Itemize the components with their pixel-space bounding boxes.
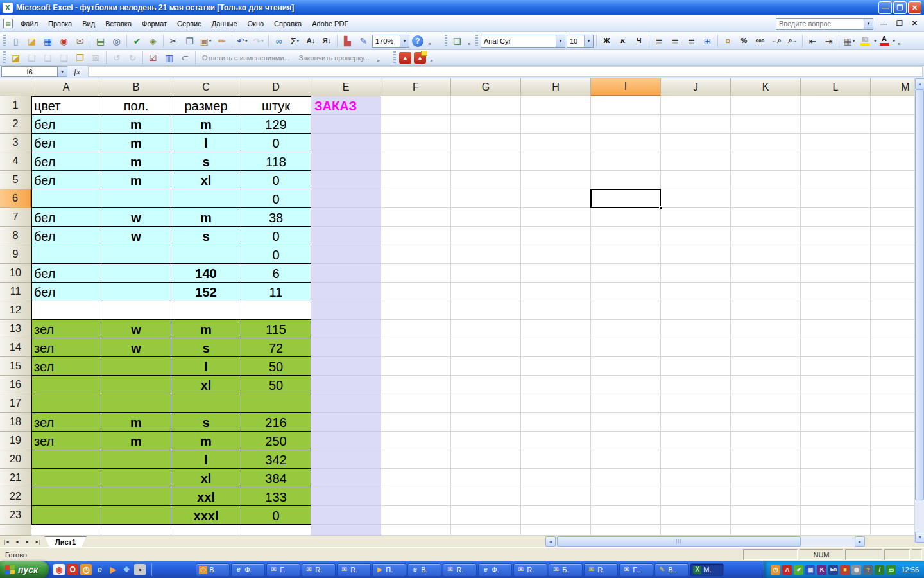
cell-e22[interactable] bbox=[311, 487, 381, 506]
workbook-restore-button[interactable]: ❐ bbox=[894, 19, 905, 28]
cell-i18[interactable] bbox=[591, 413, 661, 432]
sort-ascending-button[interactable]: А↓ bbox=[304, 34, 318, 48]
cell-k6[interactable] bbox=[731, 189, 801, 208]
cell-e2[interactable] bbox=[311, 115, 381, 134]
taskbar-button-9[interactable]: eФ. bbox=[478, 563, 512, 577]
cell-a8[interactable]: бел bbox=[31, 227, 101, 245]
cell-c23[interactable]: xxxl bbox=[171, 506, 241, 525]
menu-item-2[interactable]: Правка bbox=[43, 17, 77, 30]
cell-i20[interactable] bbox=[591, 450, 661, 469]
cell-j3[interactable] bbox=[661, 134, 731, 152]
track-changes-button[interactable]: ☑ bbox=[146, 51, 160, 65]
cell-g8[interactable] bbox=[451, 227, 521, 245]
cell-g22[interactable] bbox=[451, 487, 521, 506]
taskbar-button-4[interactable]: ✉R. bbox=[302, 563, 336, 577]
cell-b1[interactable]: пол. bbox=[101, 96, 171, 115]
mail-recipient-button[interactable]: ✉ bbox=[73, 34, 87, 48]
cell-e3[interactable] bbox=[311, 134, 381, 152]
start-button[interactable]: пуск bbox=[0, 561, 49, 578]
question-input[interactable] bbox=[776, 18, 873, 30]
cell-h9[interactable] bbox=[521, 245, 591, 264]
taskbar-button-7[interactable]: eВ. bbox=[407, 563, 441, 577]
cell-h6[interactable] bbox=[521, 189, 591, 208]
cell-f4[interactable] bbox=[381, 152, 451, 171]
cell-l23[interactable] bbox=[801, 506, 871, 525]
tray-ati-icon[interactable]: A bbox=[782, 565, 792, 575]
toolbar-grip[interactable] bbox=[3, 51, 6, 64]
row-header-8[interactable]: 8 bbox=[0, 227, 31, 245]
tray-kx-icon[interactable]: K bbox=[817, 565, 826, 575]
increase-indent-button[interactable]: ⇥ bbox=[821, 34, 836, 48]
tray-network-icon[interactable]: ▣ bbox=[805, 565, 815, 575]
cell-h10[interactable] bbox=[521, 264, 591, 283]
row-header-5[interactable]: 5 bbox=[0, 171, 31, 189]
cell-l1[interactable] bbox=[801, 96, 871, 115]
formula-input[interactable] bbox=[88, 66, 923, 77]
cell-d10[interactable]: 6 bbox=[241, 264, 311, 283]
taskbar-button-15[interactable]: XM. bbox=[690, 563, 724, 577]
cell-e14[interactable] bbox=[311, 338, 381, 357]
taskbar-button-14[interactable]: ✎B.. bbox=[654, 563, 689, 577]
cell-j17[interactable] bbox=[661, 394, 731, 413]
research-button[interactable]: ◈ bbox=[146, 34, 160, 48]
column-header-h[interactable]: H bbox=[521, 78, 591, 96]
cell-l13[interactable] bbox=[801, 320, 871, 338]
column-header-l[interactable]: L bbox=[801, 78, 871, 96]
row-header-24[interactable] bbox=[0, 525, 31, 536]
workbook-minimize-button[interactable]: — bbox=[878, 20, 889, 28]
toolbar-options-chevron[interactable]: » bbox=[465, 34, 474, 48]
cell-a6[interactable] bbox=[31, 189, 101, 208]
cell-a3[interactable]: бел bbox=[31, 134, 101, 152]
cell-h3[interactable] bbox=[521, 134, 591, 152]
cell-i5[interactable] bbox=[591, 171, 661, 189]
cell-j20[interactable] bbox=[661, 450, 731, 469]
cell-j2[interactable] bbox=[661, 115, 731, 134]
cell-k1[interactable] bbox=[731, 96, 801, 115]
cell-e15[interactable] bbox=[311, 357, 381, 376]
cell-j11[interactable] bbox=[661, 283, 731, 301]
cell-c12[interactable] bbox=[171, 301, 241, 320]
cell-l24[interactable] bbox=[801, 525, 871, 536]
cell-c22[interactable]: xxl bbox=[171, 487, 241, 506]
cell-j23[interactable] bbox=[661, 506, 731, 525]
cell-b19[interactable]: m bbox=[101, 432, 171, 450]
toolbar-grip[interactable] bbox=[445, 35, 447, 47]
cell-g13[interactable] bbox=[451, 320, 521, 338]
toolbar-options-chevron[interactable]: » bbox=[427, 51, 436, 65]
cell-d21[interactable]: 384 bbox=[241, 469, 311, 487]
cut-button[interactable]: ✂ bbox=[166, 34, 181, 48]
cell-k9[interactable] bbox=[731, 245, 801, 264]
row-header-16[interactable]: 16 bbox=[0, 376, 31, 394]
cell-l6[interactable] bbox=[801, 189, 871, 208]
cell-b6[interactable] bbox=[101, 189, 171, 208]
format-painter-button[interactable]: ✏ bbox=[214, 34, 229, 48]
tray-display-icon[interactable]: ■ bbox=[840, 565, 850, 575]
clock-app-icon[interactable]: ◷ bbox=[80, 564, 92, 575]
cell-h23[interactable] bbox=[521, 506, 591, 525]
cell-f18[interactable] bbox=[381, 413, 451, 432]
cell-c3[interactable]: l bbox=[171, 134, 241, 152]
cell-h12[interactable] bbox=[521, 301, 591, 320]
dropdown-arrow-icon[interactable]: ▾ bbox=[245, 39, 248, 44]
column-header-f[interactable]: F bbox=[381, 78, 451, 96]
cell-a9[interactable] bbox=[31, 245, 101, 264]
row-header-3[interactable]: 3 bbox=[0, 134, 31, 152]
cell-d13[interactable]: 115 bbox=[241, 320, 311, 338]
decrease-decimal-button[interactable]: ,0→ bbox=[785, 34, 800, 48]
cell-b4[interactable]: m bbox=[101, 152, 171, 171]
convert-to-pdf-icon[interactable]: ▲ bbox=[399, 52, 411, 64]
cell-i21[interactable] bbox=[591, 469, 661, 487]
cell-h4[interactable] bbox=[521, 152, 591, 171]
cell-c19[interactable]: m bbox=[171, 432, 241, 450]
toolbar-grip[interactable] bbox=[3, 35, 6, 47]
cell-b21[interactable] bbox=[101, 469, 171, 487]
cell-e13[interactable] bbox=[311, 320, 381, 338]
cell-f1[interactable] bbox=[381, 96, 451, 115]
cell-b5[interactable]: m bbox=[101, 171, 171, 189]
cell-f13[interactable] bbox=[381, 320, 451, 338]
scroll-up-icon[interactable]: ▲ bbox=[915, 78, 924, 89]
select-all-corner[interactable] bbox=[0, 78, 31, 96]
cell-j24[interactable] bbox=[661, 525, 731, 536]
cell-e12[interactable] bbox=[311, 301, 381, 320]
cell-k18[interactable] bbox=[731, 413, 801, 432]
